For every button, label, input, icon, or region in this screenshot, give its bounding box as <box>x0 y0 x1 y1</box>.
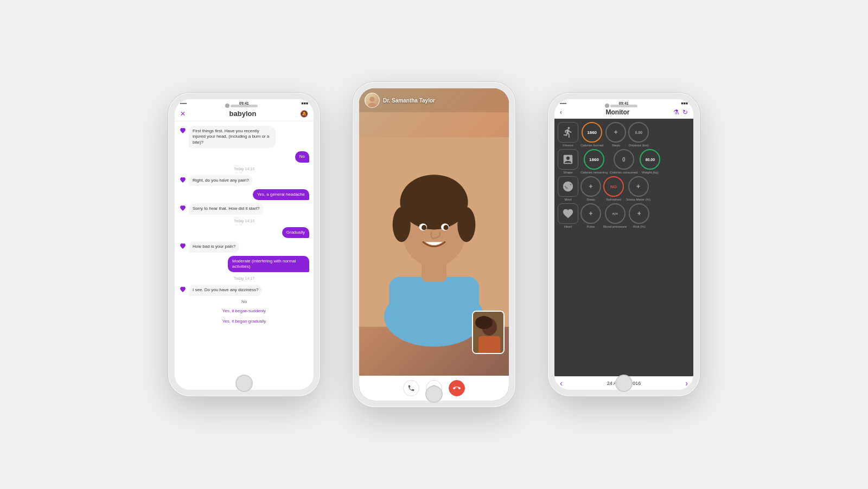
home-button-3[interactable] <box>615 375 633 392</box>
stress-card: + Stress Meter (%) <box>626 176 650 201</box>
stress-circle: + <box>628 176 649 197</box>
monitor-header: ‹ Monitor ⚗ ↻ <box>554 106 693 119</box>
svg-point-16 <box>475 316 493 329</box>
shape-icon-box <box>558 149 578 170</box>
doctor-video: Dr. Samantha Taylor <box>359 88 509 376</box>
calories-burned-label: Calories burned <box>580 144 603 147</box>
signal-dots: ••••• <box>180 101 187 105</box>
time-stamp-2: Today 14:16 <box>179 219 309 223</box>
monitor-body: Fitness 1860 Calories burned + Steps <box>554 119 693 376</box>
monitor-row-shape: Shape 1860 Calories remaining 0 Calories… <box>558 149 690 174</box>
patient-video <box>473 312 505 354</box>
heart-monitor-icon <box>562 208 574 220</box>
calories-burned-card: 1860 Calories burned <box>580 122 603 147</box>
phone-monitor: ••••• 09:41 ■■■ ‹ Monitor ⚗ ↻ <box>548 93 700 396</box>
bp-value: +/+ <box>612 211 618 216</box>
user-msg-2: Yes, a general headache <box>179 189 309 200</box>
message-1: First things first. Have you recently in… <box>179 126 309 148</box>
prev-date-button[interactable]: ‹ <box>560 379 563 388</box>
calories-consumed-card: 0 Calories consumed <box>610 149 637 174</box>
svg-rect-4 <box>389 277 479 327</box>
end-call-icon <box>453 384 461 392</box>
video-header: Dr. Samantha Taylor <box>359 88 509 112</box>
heart-icon-4 <box>179 242 187 250</box>
phone-chat: ••••• 09:41 ■■■ ✕ babylon 🔕 First things… <box>168 93 320 396</box>
battery-1: ■■■ <box>301 101 308 105</box>
sleep-card: + Sleep <box>580 176 601 201</box>
message-3: Sorry to hear that. How did it start? <box>179 203 309 214</box>
pulse-card: + Pulse <box>580 203 601 228</box>
time-stamp-1: Today 14:16 <box>179 167 309 171</box>
weight-value: 80.00 <box>646 158 655 162</box>
close-icon[interactable]: ✕ <box>180 110 186 118</box>
reply-option-1[interactable]: Yes, it began suddenly <box>179 307 309 314</box>
weight-card: 80.00 Weight (kg) <box>640 149 660 174</box>
shape-label: Shape <box>563 171 572 174</box>
risk-card: + Risk (%) <box>629 203 649 228</box>
battery-3: ■■■ <box>681 101 688 105</box>
mind-icon <box>562 181 574 192</box>
refresh-icon[interactable]: ↻ <box>682 108 688 116</box>
shape-icon <box>562 153 574 165</box>
stress-label: Stress Meter (%) <box>626 198 650 201</box>
refreshed-card: NO Refreshed <box>603 176 624 201</box>
mind-icon-box <box>558 176 578 197</box>
weight-circle: 80.00 <box>640 149 660 170</box>
heart-label: Heart <box>564 225 572 228</box>
pulse-value: + <box>589 210 592 217</box>
risk-value: + <box>637 210 641 217</box>
home-button-1[interactable] <box>235 375 253 392</box>
stress-value: + <box>636 183 640 190</box>
end-call-button[interactable] <box>449 380 465 396</box>
pulse-circle: + <box>580 203 601 224</box>
svg-point-1 <box>368 103 376 108</box>
calories-consumed-label: Calories consumed <box>610 171 637 174</box>
steps-circle: + <box>605 122 626 143</box>
calories-remaining-card: 1860 Calories remaining <box>580 149 608 174</box>
distance-circle: 0.00 <box>628 122 649 143</box>
svg-point-0 <box>369 97 374 102</box>
time-stamp-3: Today 14:17 <box>179 276 309 280</box>
refreshed-label: Refreshed <box>606 198 621 201</box>
flask-icon[interactable]: ⚗ <box>673 108 679 116</box>
risk-circle: + <box>629 203 649 224</box>
mute-icon[interactable]: 🔕 <box>300 110 308 118</box>
reply-option-2[interactable]: Yes, it began gradually <box>179 318 309 325</box>
fitness-icon-box <box>558 122 578 143</box>
heart-card: Heart <box>558 203 578 228</box>
heart-icon-3 <box>179 204 187 212</box>
doctor-name-label: Dr. Samantha Taylor <box>383 98 435 104</box>
signal-dots-3: ••••• <box>560 101 566 105</box>
heart-icon-2 <box>179 176 187 184</box>
fitness-card: Fitness <box>558 122 578 147</box>
bot-bubble-2: Right, do you have any pain? <box>189 175 253 186</box>
home-button-2[interactable] <box>425 385 443 403</box>
bot-bubble-5: I see. Do you have any dizziness? <box>189 285 262 295</box>
bot-bubble-1: First things first. Have you recently in… <box>189 126 276 148</box>
chat-messages: First things first. Have you recently in… <box>175 121 314 390</box>
phone-camera-3 <box>605 104 609 108</box>
phone-camera <box>225 104 229 108</box>
risk-label: Risk (%) <box>633 225 646 228</box>
svg-point-9 <box>457 207 475 242</box>
svg-rect-17 <box>478 336 500 354</box>
mind-label: Mind <box>564 198 571 201</box>
fitness-icon <box>562 126 574 138</box>
distance-value: 0.00 <box>635 131 643 134</box>
reply-no: No <box>179 299 309 304</box>
svg-point-13 <box>443 225 448 230</box>
next-date-button[interactable]: › <box>685 379 688 388</box>
message-4: How bad is your pain? <box>179 241 309 252</box>
back-arrow-icon[interactable]: ‹ <box>560 108 562 116</box>
user-msg-4: Moderate (interfering with normal activi… <box>179 256 309 273</box>
bp-label: Blood presssure <box>603 225 627 228</box>
chat-header: ✕ babylon 🔕 <box>175 106 314 121</box>
phone-icon-button[interactable] <box>403 380 419 396</box>
monitor-title: Monitor <box>606 108 630 116</box>
phone-speaker <box>231 105 258 107</box>
calories-consumed-value: 0 <box>622 157 626 163</box>
calories-remaining-circle: 1860 <box>584 149 604 170</box>
bot-bubble-4: How bad is your pain? <box>189 241 239 252</box>
patient-thumbnail <box>472 311 505 354</box>
phone-speaker-3 <box>610 105 637 107</box>
